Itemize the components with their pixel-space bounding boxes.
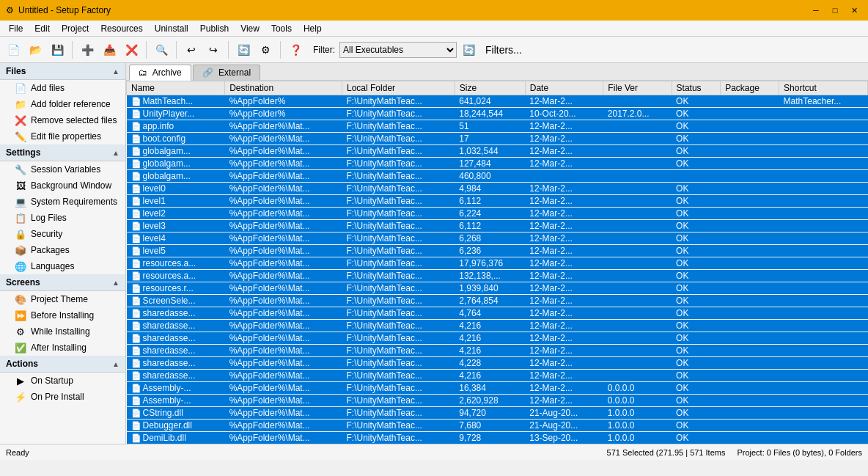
refresh-button[interactable]: 🔄: [233, 40, 254, 60]
sidebar-item-security[interactable]: 🔒 Security: [0, 226, 125, 242]
filter-select[interactable]: All Executables All Files Custom Filter: [339, 42, 457, 58]
table-row[interactable]: 📄Debugger.dll%AppFolder%\Mat...F:\UnityM…: [127, 420, 868, 432]
table-cell-local-folder: F:\UnityMathTeac...: [342, 133, 455, 145]
filter-refresh-button[interactable]: 🔄: [458, 40, 479, 60]
table-cell-status: OK: [672, 370, 721, 382]
sidebar-item-before-installing[interactable]: ⏩ Before Installing: [0, 307, 125, 323]
search-button[interactable]: 🔍: [151, 40, 172, 60]
table-row[interactable]: 📄resources.r...%AppFolder%\Mat...F:\Unit…: [127, 282, 868, 295]
add-button[interactable]: ➕: [77, 40, 98, 60]
table-row[interactable]: 📄sharedasse...%AppFolder%\Mat...F:\Unity…: [127, 320, 868, 332]
table-row[interactable]: 📄CString.dll%AppFolder%\Mat...F:\UnityMa…: [127, 407, 868, 420]
menu-item-publish[interactable]: Publish: [194, 22, 235, 35]
minimize-button[interactable]: ─: [808, 4, 824, 17]
sidebar-item-add-files[interactable]: 📄 Add files: [0, 80, 125, 96]
table-row[interactable]: 📄level2%AppFolder%\Mat...F:\UnityMathTea…: [127, 208, 868, 220]
screens-section-header[interactable]: Screens ▲: [0, 274, 125, 291]
delete-button[interactable]: ❌: [121, 40, 141, 60]
table-cell-destination: %AppFolder%\Mat...: [225, 120, 342, 133]
sidebar-item-languages[interactable]: 🌐 Languages: [0, 258, 125, 274]
table-row[interactable]: 📄level1%AppFolder%\Mat...F:\UnityMathTea…: [127, 195, 868, 208]
table-row[interactable]: 📄globalgam...%AppFolder%\Mat...F:\UnityM…: [127, 145, 868, 158]
table-row[interactable]: 📄Assembly-...%AppFolder%\Mat...F:\UnityM…: [127, 382, 868, 395]
menu-item-resources[interactable]: Resources: [95, 22, 148, 35]
menu-item-uninstall[interactable]: Uninstall: [149, 22, 194, 35]
menu-item-project[interactable]: Project: [56, 22, 95, 35]
actions-section-header[interactable]: Actions ▲: [0, 356, 125, 373]
table-row[interactable]: 📄UnityPlayer...%AppFolder%F:\UnityMathTe…: [127, 108, 868, 120]
menu-item-file[interactable]: File: [3, 22, 29, 35]
files-collapse-icon[interactable]: ▲: [112, 67, 119, 76]
table-cell-shortcut: [779, 145, 868, 158]
menu-item-help[interactable]: Help: [298, 22, 328, 35]
table-row[interactable]: 📄level4%AppFolder%\Mat...F:\UnityMathTea…: [127, 232, 868, 245]
table-cell-status: OK: [672, 245, 721, 257]
sidebar-item-while-installing[interactable]: ⚙ While Installing: [0, 323, 125, 340]
files-section-header[interactable]: Files ▲: [0, 63, 125, 80]
actions-collapse-icon[interactable]: ▲: [112, 360, 119, 368]
save-button[interactable]: 💾: [47, 40, 67, 60]
table-row[interactable]: 📄ScreenSele...%AppFolder%\Mat...F:\Unity…: [127, 295, 868, 307]
table-row[interactable]: 📄level3%AppFolder%\Mat...F:\UnityMathTea…: [127, 220, 868, 232]
table-row[interactable]: 📄app.info%AppFolder%\Mat...F:\UnityMathT…: [127, 120, 868, 133]
table-row[interactable]: 📄resources.a...%AppFolder%\Mat...F:\Unit…: [127, 270, 868, 282]
sidebar-item-background-window[interactable]: 🖼 Background Window: [0, 177, 125, 194]
table-row[interactable]: 📄globalgam...%AppFolder%\Mat...F:\UnityM…: [127, 170, 868, 183]
table-row[interactable]: 📄globalgam...%AppFolder%\Mat...F:\UnityM…: [127, 158, 868, 170]
maximize-button[interactable]: □: [827, 4, 843, 17]
new-button[interactable]: 📄: [3, 40, 23, 60]
sidebar-item-after-installing[interactable]: ✅ After Installing: [0, 340, 125, 356]
redo-button[interactable]: ↪: [203, 40, 224, 60]
screens-collapse-icon[interactable]: ▲: [112, 279, 119, 287]
save2-button[interactable]: 📥: [99, 40, 119, 60]
table-row[interactable]: 📄DemiLib.dll%AppFolder%\Mat...F:\UnityMa…: [127, 432, 868, 444]
sidebar-item-project-theme-label: Project Theme: [31, 294, 88, 304]
table-cell-size: 6,224: [455, 208, 525, 220]
table-row[interactable]: 📄sharedasse...%AppFolder%\Mat...F:\Unity…: [127, 357, 868, 370]
table-row[interactable]: 📄sharedasse...%AppFolder%\Mat...F:\Unity…: [127, 370, 868, 382]
table-row[interactable]: 📄sharedasse...%AppFolder%\Mat...F:\Unity…: [127, 332, 868, 345]
menu-item-tools[interactable]: Tools: [265, 22, 298, 35]
table-row[interactable]: 📄sharedasse...%AppFolder%\Mat...F:\Unity…: [127, 345, 868, 357]
settings-button[interactable]: ⚙: [255, 40, 276, 60]
table-cell-file-ver: [603, 357, 672, 370]
col-status: Status: [672, 81, 721, 95]
sidebar-item-log-files-label: Log Files: [31, 213, 67, 223]
table-row[interactable]: 📄sharedasse...%AppFolder%\Mat...F:\Unity…: [127, 307, 868, 320]
table-row[interactable]: 📄resources.a...%AppFolder%\Mat...F:\Unit…: [127, 257, 868, 270]
sidebar-item-session-variables[interactable]: 🔧 Session Variables: [0, 161, 125, 177]
table-cell-date: 12-Mar-2...: [525, 370, 603, 382]
sidebar-item-remove-files[interactable]: ❌ Remove selected files: [0, 112, 125, 128]
sidebar-item-on-startup[interactable]: ▶ On Startup: [0, 373, 125, 389]
sidebar-item-add-folder[interactable]: 📁 Add folder reference: [0, 96, 125, 112]
help-button[interactable]: ❓: [285, 40, 306, 60]
screens-section-label: Screens: [6, 277, 40, 288]
sidebar-item-project-theme[interactable]: 🎨 Project Theme: [0, 291, 125, 307]
table-row[interactable]: 📄boot.config%AppFolder%\Mat...F:\UnityMa…: [127, 133, 868, 145]
table-row[interactable]: 📄level5%AppFolder%\Mat...F:\UnityMathTea…: [127, 245, 868, 257]
file-table-container[interactable]: Name Destination Local Folder Size Date …: [126, 81, 868, 444]
sidebar-item-on-pre-install[interactable]: ⚡ On Pre Install: [0, 389, 125, 405]
filters-button[interactable]: Filters...: [480, 40, 527, 60]
sidebar-item-packages[interactable]: 📦 Packages: [0, 242, 125, 258]
settings-collapse-icon[interactable]: ▲: [112, 149, 119, 157]
col-size: Size: [455, 81, 525, 95]
settings-section-header[interactable]: Settings ▲: [0, 144, 125, 161]
sidebar-item-log-files[interactable]: 📋 Log Files: [0, 210, 125, 226]
table-row[interactable]: 📄Assembly-...%AppFolder%\Mat...F:\UnityM…: [127, 395, 868, 407]
table-row[interactable]: 📄level0%AppFolder%\Mat...F:\UnityMathTea…: [127, 183, 868, 195]
open-button[interactable]: 📂: [25, 40, 45, 60]
table-cell-local-folder: F:\UnityMathTeac...: [342, 170, 455, 183]
separator-2: [146, 41, 147, 59]
menu-item-view[interactable]: View: [235, 22, 265, 35]
close-button[interactable]: ✕: [846, 4, 862, 17]
sidebar-item-edit-properties[interactable]: ✏️ Edit file properties: [0, 128, 125, 144]
table-row[interactable]: 📄MathTeach...%AppFolder%F:\UnityMathTeac…: [127, 95, 868, 108]
tab-external[interactable]: 🔗 External: [193, 65, 260, 80]
undo-button[interactable]: ↩: [181, 40, 202, 60]
menu-item-edit[interactable]: Edit: [29, 22, 56, 35]
table-cell-file-ver: [603, 370, 672, 382]
sidebar-item-system-requirements[interactable]: 💻 System Requirements: [0, 194, 125, 210]
tab-archive[interactable]: 🗂 Archive: [129, 65, 191, 81]
table-cell-date: 12-Mar-2...: [525, 395, 603, 407]
